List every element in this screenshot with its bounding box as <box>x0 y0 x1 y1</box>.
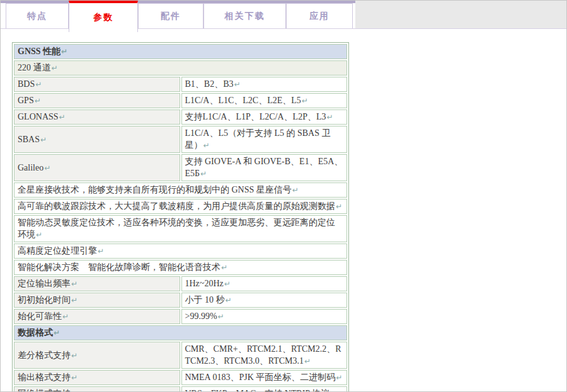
cell-text: 智能动态灵敏度定位技术，适应各种环境的变换，适应更加恶劣、更远距离的定位环境 <box>18 218 335 239</box>
paragraph-return-mark: ↵ <box>36 230 42 239</box>
table-row: GNSS 性能↵ <box>14 44 347 59</box>
spec-label-cell: 定位输出频率↵ <box>14 276 180 291</box>
product-spec-page: 特点参数配件相关下载应用 GNSS 性能↵220 通道↵BDS↵B1、B2、B3… <box>0 0 567 392</box>
cell-text: 差分格式支持 <box>18 350 71 360</box>
cell-text: L1C/A、L1C、L2C、L2E、L5 <box>185 96 301 105</box>
tab-5[interactable]: 应用 <box>286 3 353 28</box>
table-row: 高精度定位处理引擎↵ <box>14 244 347 259</box>
spec-label-cell: 始化可靠性↵ <box>14 309 180 324</box>
table-row: 定位输出频率↵1Hz~20Hz↵ <box>14 276 347 291</box>
cell-text: GNSS 性能 <box>18 47 60 56</box>
cell-text: 支持L1C/A、L1P、L2C/A、L2P、L3 <box>185 112 326 121</box>
cell-text: VRS、FKP、MAC，支持 NTRIP 协议 <box>185 389 330 392</box>
tab-label: 应用 <box>309 11 329 22</box>
tab-label: 配件 <box>161 11 181 22</box>
paragraph-return-mark: ↵ <box>224 279 231 288</box>
tab-3[interactable]: 配件 <box>138 3 203 28</box>
cell-text: 定位输出频率 <box>18 279 71 288</box>
paragraph-return-mark: ↵ <box>54 328 60 337</box>
tab-4[interactable]: 相关下载 <box>203 3 286 28</box>
cell-text: Galileo <box>18 163 43 172</box>
cell-text: 220 通道 <box>18 63 51 72</box>
spec-label-cell: SBAS↵ <box>14 126 180 153</box>
table-row: 全星座接收技术，能够支持来自所有现行的和规划中的 GNSS 星座信号↵ <box>14 182 347 198</box>
cell-text: 初初始化时间 <box>18 295 71 305</box>
table-row: GPS↵L1C/A、L1C、L2C、L2E、L5↵ <box>14 93 347 108</box>
spec-table-body: GNSS 性能↵220 通道↵BDS↵B1、B2、B3↵GPS↵L1C/A、L1… <box>14 44 347 392</box>
cell-text: 小于 10 秒 <box>185 295 225 305</box>
paragraph-return-mark: ↵ <box>226 296 232 305</box>
tab-label: 相关下载 <box>225 11 265 22</box>
cell-text: 网络模式支持 <box>18 389 71 392</box>
paragraph-return-mark: ↵ <box>71 373 77 382</box>
spec-label-cell: 输出格式支持↵ <box>14 370 180 385</box>
paragraph-return-mark: ↵ <box>292 186 299 194</box>
paragraph-return-mark: ↵ <box>234 80 241 89</box>
table-row: SBAS↵L1C/A、L5（对于支持 L5 的 SBAS 卫星）↵ <box>14 126 347 153</box>
tab-label: 特点 <box>27 11 47 22</box>
paragraph-return-mark: ↵ <box>200 169 207 178</box>
table-row: Galileo↵支持 GIOVE-A 和 GIOVE-B、E1、E5A、E5Б↵ <box>14 154 347 181</box>
cell-text: BDS <box>18 79 35 89</box>
paragraph-return-mark: ↵ <box>61 47 67 56</box>
cell-text: 始化可靠性 <box>18 311 62 321</box>
cell-text: 支持 GIOVE-A 和 GIOVE-B、E1、E5A、E5Б <box>185 157 343 178</box>
spec-table: GNSS 性能↵220 通道↵BDS↵B1、B2、B3↵GPS↵L1C/A、L1… <box>12 42 349 392</box>
table-row: 差分格式支持↵CMR、CMR+、RTCM2.1、RTCM2.2、RTCM2.3、… <box>14 342 347 369</box>
table-row: 220 通道↵ <box>14 60 347 76</box>
paragraph-return-mark: ↵ <box>327 113 333 121</box>
cell-text: 全星座接收技术，能够支持来自所有现行的和规划中的 GNSS 星座信号 <box>18 185 292 194</box>
spec-label-cell: 初初始化时间↵ <box>14 293 180 308</box>
spec-value-cell: L1C/A、L1C、L2C、L2E、L5↵ <box>181 93 348 108</box>
cell-text: GPS <box>18 96 34 105</box>
paragraph-return-mark: ↵ <box>221 263 227 272</box>
spec-label-cell: 网络模式支持↵ <box>14 386 180 392</box>
paragraph-return-mark: ↵ <box>71 279 77 288</box>
cell-text: SBAS <box>18 135 40 144</box>
spec-label-cell: BDS↵ <box>14 77 180 92</box>
tab-1[interactable]: 特点 <box>6 3 69 28</box>
table-row: 网络模式支持↵VRS、FKP、MAC，支持 NTRIP 协议↵ <box>14 386 347 392</box>
table-row: 初初始化时间↵小于 10 秒↵ <box>14 293 347 308</box>
table-row: 始化可靠性↵>99.99%↵ <box>14 309 347 324</box>
section-header-cell: GNSS 性能↵ <box>14 44 347 59</box>
cell-text: 智能化解决方案 智能化故障诊断，智能化语音技术 <box>18 262 220 272</box>
full-width-cell: 智能化解决方案 智能化故障诊断，智能化语音技术↵ <box>14 260 347 275</box>
spec-value-cell: >99.99%↵ <box>181 309 348 324</box>
paragraph-return-mark: ↵ <box>330 389 336 392</box>
cell-text: NMEA 0183、PJK 平面坐标、二进制码 <box>185 372 336 382</box>
paragraph-return-mark: ↵ <box>40 135 47 144</box>
spec-label-cell: GLONASS↵ <box>14 109 180 125</box>
full-width-cell: 智能动态灵敏度定位技术，适应各种环境的变换，适应更加恶劣、更远距离的定位环境↵ <box>14 215 347 242</box>
paragraph-return-mark: ↵ <box>71 389 77 392</box>
full-width-cell: 220 通道↵ <box>14 60 347 76</box>
cell-text: 1Hz~20Hz <box>185 279 224 288</box>
spec-value-cell: CMR、CMR+、RTCM2.1、RTCM2.2、RTCM2.3、RTCM3.0… <box>181 342 348 369</box>
table-row: 智能化解决方案 智能化故障诊断，智能化语音技术↵ <box>14 260 347 275</box>
paragraph-return-mark: ↵ <box>302 96 308 105</box>
spec-label-cell: Galileo↵ <box>14 154 180 181</box>
paragraph-return-mark: ↵ <box>52 64 58 72</box>
spec-label-cell: 差分格式支持↵ <box>14 342 180 369</box>
cell-text: B1、B2、B3 <box>185 79 234 89</box>
spec-value-cell: L1C/A、L5（对于支持 L5 的 SBAS 卫星）↵ <box>181 126 348 153</box>
spec-value-cell: B1、B2、B3↵ <box>181 77 348 92</box>
tabbar-right-fill <box>355 1 566 28</box>
spec-value-cell: VRS、FKP、MAC，支持 NTRIP 协议↵ <box>181 386 348 392</box>
paragraph-return-mark: ↵ <box>336 373 342 382</box>
spec-value-cell: 支持 GIOVE-A 和 GIOVE-B、E1、E5A、E5Б↵ <box>181 154 348 181</box>
cell-text: 高可靠的载波跟踪技术，大大提高了载波精度，为用户提供高质量的原始观测数据 <box>18 201 335 211</box>
cell-text: GLONASS <box>18 112 59 121</box>
tab-2[interactable]: 参数 <box>69 1 138 32</box>
cell-text: 输出格式支持 <box>18 372 71 382</box>
paragraph-return-mark: ↵ <box>44 164 50 172</box>
spec-label-cell: GPS↵ <box>14 93 180 108</box>
paragraph-return-mark: ↵ <box>218 312 224 321</box>
paragraph-return-mark: ↵ <box>71 351 77 360</box>
section-header-cell: 数据格式↵ <box>14 325 347 340</box>
spec-value-cell: 支持L1C/A、L1P、L2C/A、L2P、L3↵ <box>181 109 348 125</box>
spec-value-cell: 1Hz~20Hz↵ <box>181 276 348 291</box>
full-width-cell: 高可靠的载波跟踪技术，大大提高了载波精度，为用户提供高质量的原始观测数据↵ <box>14 199 347 214</box>
paragraph-return-mark: ↵ <box>71 296 77 305</box>
table-row: 智能动态灵敏度定位技术，适应各种环境的变换，适应更加恶劣、更远距离的定位环境↵ <box>14 215 347 242</box>
